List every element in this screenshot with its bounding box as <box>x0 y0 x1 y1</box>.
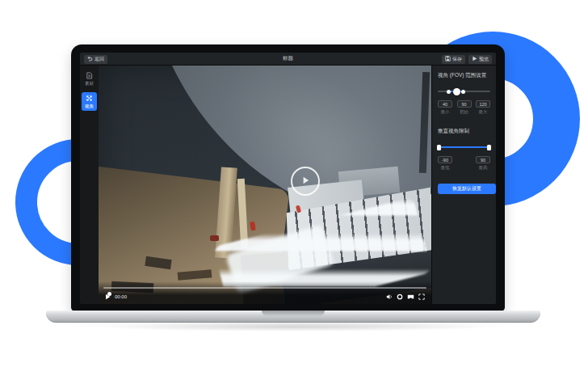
app-window: 返回 标题 保存 预览 <box>80 53 496 304</box>
vertical-slider-active <box>438 146 490 148</box>
preview-play-icon <box>472 56 477 62</box>
fov-min-label: 最小 <box>441 109 450 115</box>
laptop-shadow <box>97 322 493 332</box>
player-controls: 00:00 <box>99 281 431 304</box>
controls-row: 00:00 <box>105 293 425 301</box>
page: 返回 标题 保存 预览 <box>0 0 588 372</box>
volume-icon[interactable] <box>386 294 393 300</box>
vertical-slider[interactable] <box>438 142 490 152</box>
page-title: 标题 <box>283 55 293 62</box>
sidebar: 素材 视角 <box>80 66 99 304</box>
view-mode-icon[interactable] <box>397 294 403 300</box>
video-viewport[interactable]: 00:00 <box>99 66 431 304</box>
fov-initial-handle[interactable] <box>453 88 460 95</box>
fov-initial-label: 初始 <box>460 109 468 115</box>
document-icon <box>86 72 93 80</box>
vr-goggles-icon[interactable] <box>407 294 414 300</box>
vertical-max-label: 最高 <box>479 165 488 171</box>
vertical-max-value[interactable]: 90 <box>476 156 490 163</box>
vertical-min-handle[interactable] <box>437 145 441 150</box>
topbar: 返回 标题 保存 预览 <box>80 53 496 66</box>
preview-button[interactable]: 预览 <box>468 55 492 64</box>
sidebar-item-view-angle[interactable]: 视角 <box>82 92 97 111</box>
current-time: 00:00 <box>115 294 127 299</box>
save-label: 保存 <box>452 57 462 61</box>
settings-panel: 视角 (FOV) 范围设置 40 最小 <box>431 66 496 304</box>
back-button[interactable]: 返回 <box>84 55 107 64</box>
fov-max-value[interactable]: 120 <box>476 100 490 108</box>
play-overlay-button[interactable] <box>291 167 320 196</box>
vertical-min-value[interactable]: -90 <box>438 156 452 163</box>
progress-bar[interactable] <box>103 287 426 289</box>
laptop-screen-bezel: 返回 标题 保存 预览 <box>71 44 505 311</box>
fov-slider[interactable] <box>438 87 490 96</box>
play-circle-icon <box>300 174 310 188</box>
reset-defaults-button[interactable]: 恢复默认设置 <box>438 184 496 194</box>
fov-values: 40 最小 90 初始 120 最大 <box>438 100 490 115</box>
vertical-values: -90 最低 90 最高 <box>438 156 490 171</box>
save-icon <box>445 56 451 62</box>
vertical-section-title: 垂直视角限制 <box>438 128 490 135</box>
back-icon <box>87 56 93 62</box>
laptop-base <box>46 311 540 323</box>
vertical-max-handle[interactable] <box>487 145 491 150</box>
vertical-min-label: 最低 <box>441 165 450 171</box>
fov-min-value[interactable]: 40 <box>438 100 452 108</box>
fov-max-label: 最大 <box>479 109 488 115</box>
fov-section-title: 视角 (FOV) 范围设置 <box>438 72 490 79</box>
fov-min-handle[interactable] <box>447 90 451 94</box>
fullscreen-icon[interactable] <box>418 294 425 300</box>
laptop-base-notch <box>262 311 325 316</box>
fov-max-handle[interactable] <box>461 90 465 94</box>
view-angle-icon <box>86 95 93 103</box>
sidebar-item-assets[interactable]: 素材 <box>82 70 97 88</box>
fov-initial-value[interactable]: 90 <box>457 100 472 108</box>
topbar-actions: 保存 预览 <box>442 55 492 64</box>
sidebar-item-label: 视角 <box>85 104 94 109</box>
back-label: 返回 <box>94 57 104 61</box>
save-button[interactable]: 保存 <box>442 55 465 64</box>
play-icon[interactable] <box>105 294 111 300</box>
video-scene-red-object <box>210 235 219 241</box>
preview-label: 预览 <box>479 57 489 61</box>
main-area: 素材 视角 <box>80 66 496 304</box>
sidebar-item-label: 素材 <box>85 81 94 87</box>
